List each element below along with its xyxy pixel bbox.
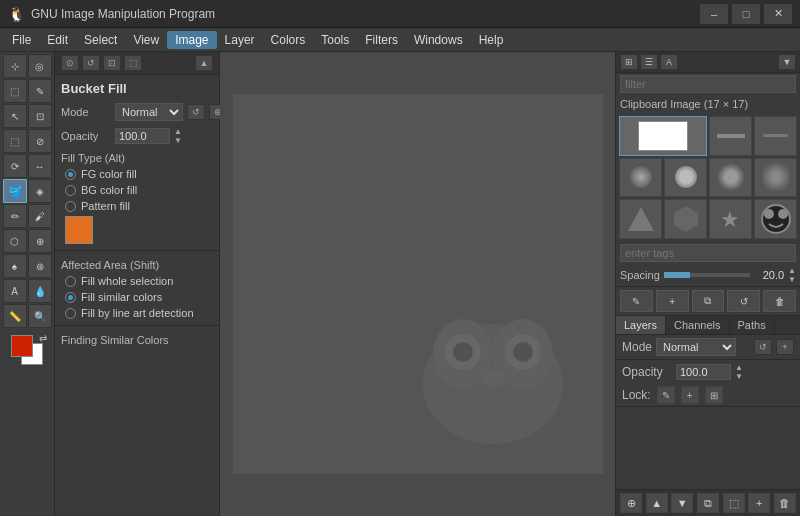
tool-flip[interactable]: ↔ [28,154,52,178]
fill-pattern-option[interactable]: Pattern fill [55,198,219,214]
layer-new-from-visible[interactable]: ⊕ [620,493,642,513]
tool-airbrush[interactable]: ⊕ [28,229,52,253]
menu-windows[interactable]: Windows [406,31,471,49]
lock-position-btn[interactable]: + [681,386,699,404]
tool-fuzzy-select[interactable]: ✎ [28,79,52,103]
brush-delete-btn[interactable]: 🗑 [763,290,796,312]
spacing-spinner[interactable]: ▲▼ [788,266,796,284]
brush-cell-2[interactable] [709,116,752,156]
layer-to-image-size[interactable]: ⬚ [723,493,745,513]
layer-move-up[interactable]: ▲ [646,493,668,513]
tool-options-icon4[interactable]: ⬚ [124,55,142,71]
brush-edit-btn[interactable]: ✎ [620,290,653,312]
menu-colors[interactable]: Colors [263,31,314,49]
menu-file[interactable]: File [4,31,39,49]
tool-paths[interactable]: ⬚ [3,129,27,153]
tool-paintbrush[interactable]: 🖌 [28,204,52,228]
brushes-view-grid[interactable]: ⊞ [620,54,638,70]
minimize-button[interactable]: – [700,4,728,24]
tool-blend[interactable]: ◈ [28,179,52,203]
menu-select[interactable]: Select [76,31,125,49]
fill-pattern-radio[interactable] [65,201,76,212]
layers-opacity-spinner[interactable]: ▲▼ [735,363,743,381]
layer-move-down[interactable]: ▼ [671,493,693,513]
tool-options-icon1[interactable]: ⊙ [61,55,79,71]
foreground-color-swatch[interactable] [11,335,33,357]
tool-color-picker[interactable]: 💧 [28,279,52,303]
menu-edit[interactable]: Edit [39,31,76,49]
brush-cell-9[interactable] [664,199,707,239]
menu-help[interactable]: Help [471,31,512,49]
brushes-collapse[interactable]: ▼ [778,54,796,70]
brush-refresh-btn[interactable]: ↺ [727,290,760,312]
brush-cell-5[interactable] [664,158,707,198]
fill-fg-option[interactable]: FG color fill [55,166,219,182]
brush-copy-btn[interactable]: ⧉ [692,290,725,312]
mode-select[interactable]: Normal Dissolve Multiply [115,103,183,121]
layer-duplicate[interactable]: ⧉ [697,493,719,513]
brush-cell-3[interactable] [754,116,797,156]
fill-whole-radio[interactable] [65,276,76,287]
layer-new[interactable]: + [748,493,770,513]
menu-filters[interactable]: Filters [357,31,406,49]
brushes-text[interactable]: A [660,54,678,70]
fill-color-preview[interactable] [65,216,93,244]
canvas-area[interactable] [220,52,615,516]
tool-measure[interactable]: 📏 [3,304,27,328]
tool-clone[interactable]: ♠ [3,254,27,278]
layer-delete[interactable]: 🗑 [774,493,796,513]
tool-zoom[interactable]: 🔍 [28,304,52,328]
fill-bg-radio[interactable] [65,185,76,196]
canvas[interactable] [233,94,603,474]
layers-mode-select[interactable]: Normal Dissolve [656,338,736,356]
tool-eraser[interactable]: ⬡ [3,229,27,253]
fill-lineart-option[interactable]: Fill by line art detection [55,305,219,321]
tool-options-expand[interactable]: ▲ [195,55,213,71]
tab-channels[interactable]: Channels [666,316,729,334]
brush-cell-7[interactable] [754,158,797,198]
brush-cell-1[interactable] [619,116,707,156]
lock-alpha-btn[interactable]: ⊞ [705,386,723,404]
brushes-view-list[interactable]: ☰ [640,54,658,70]
brush-new-btn[interactable]: + [656,290,689,312]
brush-cell-6[interactable] [709,158,752,198]
tool-crop[interactable]: ⊘ [28,129,52,153]
brush-cell-4[interactable] [619,158,662,198]
brush-cell-11[interactable] [754,199,797,239]
opacity-input[interactable]: 100.0 [115,128,170,144]
menu-image[interactable]: Image [167,31,216,49]
mode-reset1[interactable]: ↺ [187,104,205,120]
tool-options-icon2[interactable]: ↺ [82,55,100,71]
tool-rect-select[interactable]: ⊹ [3,54,27,78]
fill-bg-option[interactable]: BG color fill [55,182,219,198]
swap-colors-button[interactable]: ⇄ [39,333,47,344]
lock-pixels-btn[interactable]: ✎ [657,386,675,404]
menu-tools[interactable]: Tools [313,31,357,49]
fill-similar-radio[interactable] [65,292,76,303]
tool-bucket-fill[interactable]: 🪣 [3,179,27,203]
tool-free-select[interactable]: ⬚ [3,79,27,103]
opacity-spinner[interactable]: ▲▼ [174,127,182,145]
fill-lineart-radio[interactable] [65,308,76,319]
tool-heal[interactable]: ⊛ [28,254,52,278]
spacing-slider[interactable] [664,273,750,277]
tab-paths[interactable]: Paths [730,316,775,334]
maximize-button[interactable]: □ [732,4,760,24]
layers-opacity-input[interactable] [676,364,731,380]
tool-pencil[interactable]: ✏ [3,204,27,228]
tags-input[interactable] [620,244,796,262]
tool-transform[interactable]: ⟳ [3,154,27,178]
tab-layers[interactable]: Layers [616,316,666,334]
brush-cell-8[interactable] [619,199,662,239]
tool-select-by-color[interactable]: ↖ [3,104,27,128]
tool-ellipse-select[interactable]: ◎ [28,54,52,78]
fill-fg-radio[interactable] [65,169,76,180]
brush-cell-10[interactable]: ★ [709,199,752,239]
menu-layer[interactable]: Layer [217,31,263,49]
brushes-filter-input[interactable] [620,75,796,93]
fill-similar-option[interactable]: Fill similar colors [55,289,219,305]
fill-whole-option[interactable]: Fill whole selection [55,273,219,289]
tool-options-icon3[interactable]: ⊡ [103,55,121,71]
menu-view[interactable]: View [125,31,167,49]
tool-scissors[interactable]: ⊡ [28,104,52,128]
